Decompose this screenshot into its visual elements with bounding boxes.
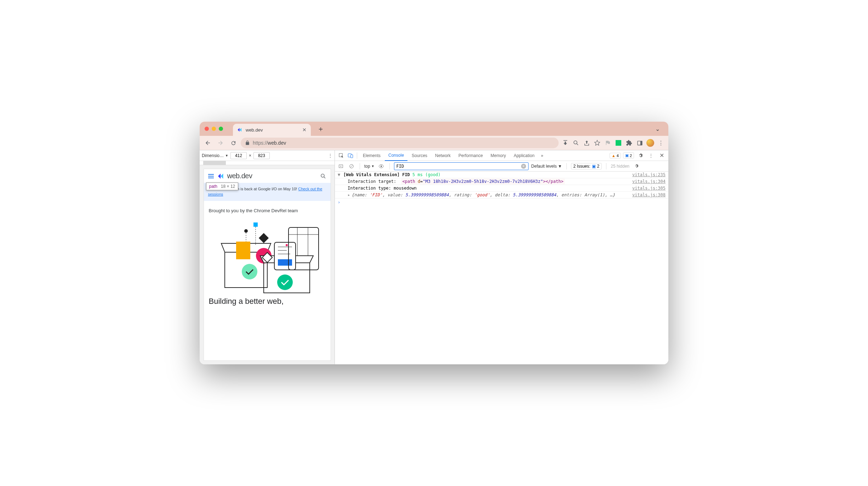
tab-search-icon[interactable]: ⌄: [655, 126, 660, 132]
log-entry[interactable]: ▸{name: 'FID', value: 5.399999998509884,…: [335, 192, 668, 198]
devtools-menu-icon[interactable]: ⋮: [647, 151, 655, 160]
tab-network[interactable]: Network: [432, 150, 454, 161]
url-text: https://web.dev: [253, 140, 286, 146]
svg-rect-19: [278, 259, 292, 266]
tab-application[interactable]: Application: [510, 150, 538, 161]
tab-performance[interactable]: Performance: [455, 150, 486, 161]
hidden-count: 25 hidden: [611, 164, 629, 169]
browser-tab[interactable]: web.dev ✕: [233, 124, 311, 136]
svg-rect-10: [258, 233, 268, 243]
svg-point-0: [574, 141, 577, 144]
tab-elements[interactable]: Elements: [359, 150, 384, 161]
close-tab-icon[interactable]: ✕: [302, 127, 307, 133]
log-entry[interactable]: ▼ [Web Vitals Extension] FID 5 ms (good)…: [335, 172, 668, 178]
webdev-favicon: [237, 127, 243, 133]
svg-rect-15: [274, 242, 296, 270]
minimize-window-button[interactable]: [212, 127, 216, 131]
search-icon[interactable]: [320, 173, 326, 179]
console-sidebar-toggle-icon[interactable]: [337, 162, 345, 170]
reload-button[interactable]: [228, 138, 239, 148]
svg-point-12: [242, 264, 257, 279]
source-link[interactable]: vitals.js:304: [632, 179, 666, 184]
device-toggle-icon[interactable]: [346, 151, 355, 160]
device-mode-pane: Dimensio… ▼ × ⋮ web.dev: [200, 150, 335, 364]
svg-rect-5: [236, 242, 250, 259]
clear-filter-icon[interactable]: ✕: [521, 164, 526, 169]
tab-title: web.dev: [246, 127, 299, 133]
svg-point-6: [244, 229, 248, 233]
window-controls: [205, 127, 223, 131]
device-dropdown[interactable]: Dimensio… ▼: [202, 153, 228, 158]
inspect-icon[interactable]: [337, 151, 346, 160]
share-icon[interactable]: [582, 138, 591, 147]
log-levels-dropdown[interactable]: Default levels ▼: [531, 164, 562, 169]
new-tab-button[interactable]: ＋: [314, 124, 328, 134]
source-link[interactable]: vitals.js:235: [632, 172, 666, 177]
log-entry[interactable]: Interaction type: mousedown vitals.js:30…: [335, 185, 668, 192]
hamburger-menu-icon[interactable]: [208, 174, 214, 178]
bookmark-icon[interactable]: [593, 138, 602, 147]
width-input[interactable]: [230, 152, 247, 159]
source-link[interactable]: vitals.js:308: [632, 192, 666, 197]
devtools-panel: Elements Console Sources Network Perform…: [335, 150, 668, 364]
collapse-arrow-icon[interactable]: ▼: [338, 172, 342, 177]
issues-button[interactable]: 2 Issues: ▣2: [571, 163, 602, 169]
browser-toolbar: https://web.dev ⋮: [200, 136, 668, 150]
svg-line-31: [350, 165, 353, 167]
tab-sources[interactable]: Sources: [408, 150, 431, 161]
log-entry[interactable]: Interaction target: <path d="M3 18h18v-2…: [335, 178, 668, 185]
element-inspect-tooltip: path 18 × 12: [206, 183, 239, 190]
forward-button[interactable]: [215, 138, 226, 148]
webdev-logo[interactable]: web.dev: [217, 172, 252, 180]
hero-headline: Building a better web,: [209, 297, 326, 306]
svg-point-24: [286, 244, 288, 246]
flag-icon[interactable]: [603, 138, 612, 147]
more-tabs-icon[interactable]: »: [539, 153, 546, 158]
side-panel-icon[interactable]: [635, 138, 644, 147]
close-devtools-icon[interactable]: ✕: [657, 152, 666, 159]
dimensions-toolbar: Dimensio… ▼ × ⋮: [200, 150, 335, 161]
expand-arrow-icon[interactable]: ▸: [348, 192, 350, 197]
clear-console-icon[interactable]: [348, 162, 355, 170]
install-icon[interactable]: [561, 138, 570, 147]
close-window-button[interactable]: [205, 127, 209, 131]
dimension-separator: ×: [249, 153, 251, 158]
devtools-tabs: Elements Console Sources Network Perform…: [335, 150, 668, 161]
svg-rect-8: [253, 222, 258, 227]
profile-avatar[interactable]: [646, 138, 655, 147]
extensions-icon[interactable]: [624, 138, 634, 147]
device-ruler: [200, 161, 335, 165]
device-menu-icon[interactable]: ⋮: [328, 153, 332, 158]
page-header: web.dev path 18 × 12: [204, 169, 331, 183]
tab-memory[interactable]: Memory: [487, 150, 509, 161]
settings-icon[interactable]: [636, 151, 645, 160]
zoom-icon[interactable]: [571, 138, 581, 147]
console-toolbar: top▼ ✕ Default levels ▼ 2 Issues: ▣2 25 …: [335, 161, 668, 172]
svg-point-32: [381, 166, 382, 167]
svg-rect-28: [351, 155, 353, 158]
svg-point-3: [321, 174, 324, 177]
hero-illustration: [209, 220, 326, 295]
extension-webvitals-icon[interactable]: [614, 138, 623, 147]
tab-console[interactable]: Console: [385, 151, 407, 161]
lock-icon: [245, 140, 250, 145]
messages-badge[interactable]: ▣2: [623, 152, 634, 158]
device-viewport: web.dev path 18 × 12 The Chrome team is …: [200, 165, 335, 364]
warnings-badge[interactable]: ▲4: [610, 153, 621, 158]
console-prompt[interactable]: ›: [335, 198, 668, 206]
source-link[interactable]: vitals.js:305: [632, 186, 666, 191]
chrome-menu-icon[interactable]: ⋮: [656, 138, 666, 147]
console-settings-icon[interactable]: [632, 162, 641, 170]
toolbar-right-icons: ⋮: [561, 138, 666, 147]
svg-point-25: [277, 274, 293, 290]
browser-tab-strip: web.dev ✕ ＋ ⌄: [200, 122, 668, 136]
address-bar[interactable]: https://web.dev: [241, 138, 559, 148]
back-button[interactable]: [202, 138, 213, 148]
height-input[interactable]: [253, 152, 270, 159]
live-expression-icon[interactable]: [377, 162, 385, 170]
console-filter-input[interactable]: ✕: [394, 162, 529, 170]
console-output: ▼ [Web Vitals Extension] FID 5 ms (good)…: [335, 172, 668, 364]
brought-text: Brought to you by the Chrome DevRel team: [209, 208, 326, 213]
maximize-window-button[interactable]: [219, 127, 223, 131]
context-selector[interactable]: top▼: [364, 164, 375, 169]
